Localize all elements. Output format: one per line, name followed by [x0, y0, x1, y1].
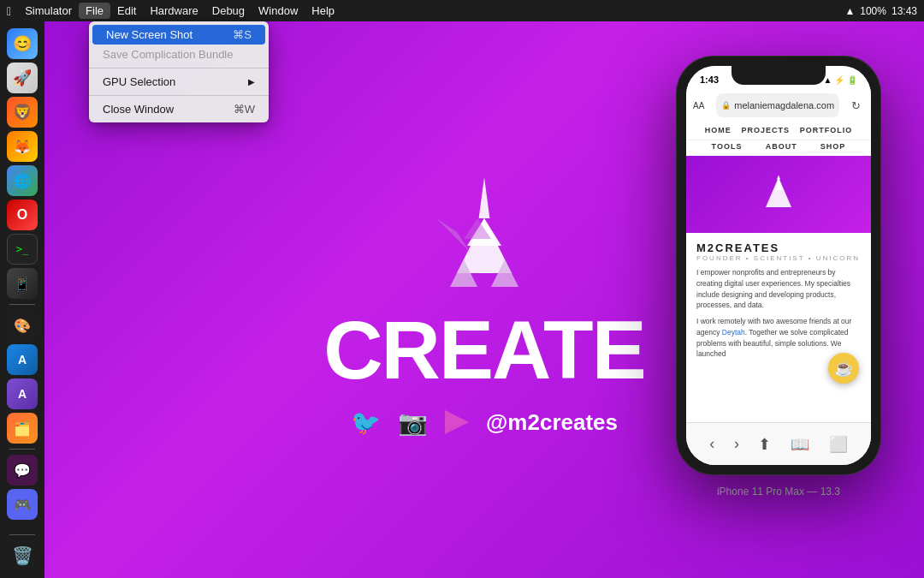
menubar-simulator[interactable]: Simulator	[18, 3, 79, 19]
menu-close-window[interactable]: Close Window ⌘W	[89, 99, 269, 119]
deytah-link[interactable]: Deytah	[722, 328, 745, 337]
hero-title: CREATE	[323, 309, 645, 391]
dock-slack[interactable]: 💬	[7, 455, 38, 486]
menubar-edit[interactable]: Edit	[110, 3, 143, 19]
instagram-icon[interactable]: 📷	[398, 408, 428, 437]
wifi-icon: ▲	[844, 5, 855, 17]
nav-about[interactable]: ABOUT	[766, 142, 797, 151]
dock-files[interactable]: 🗂️	[7, 413, 38, 444]
svg-marker-4	[479, 177, 490, 218]
menubar-file[interactable]: File	[79, 3, 110, 19]
iphone-signal-icons: ▲ ⚡ 🔋	[824, 75, 857, 85]
iphone-nav-2: TOOLS ABOUT SHOP	[686, 140, 871, 156]
url-bar[interactable]: 🔒 melaniemagdalena.com	[716, 93, 839, 117]
separator-1	[89, 68, 269, 69]
nav-home[interactable]: HOME	[705, 126, 732, 134]
iphone-notch	[732, 66, 826, 85]
menubar-right: ▲ 100% 13:43	[844, 5, 917, 17]
apple-menu[interactable]: 	[7, 4, 11, 18]
menubar:  Simulator File Edit Hardware Debug Win…	[0, 0, 924, 21]
dock-launchpad[interactable]: 🚀	[7, 63, 38, 93]
svg-marker-5	[436, 218, 471, 253]
hero-handle: @m2creates	[486, 409, 618, 436]
shortcut-close-window: ⌘W	[234, 103, 255, 116]
share-button[interactable]: ⬆	[758, 435, 771, 454]
menubar-debug[interactable]: Debug	[205, 3, 252, 19]
tabs-button[interactable]: ⬜	[829, 435, 848, 454]
url-bar-wrapper: AA 🔒 melaniemagdalena.com ↻	[686, 90, 871, 121]
file-dropdown-menu: New Screen Shot ⌘S Save Complication Bun…	[89, 21, 269, 122]
mini-unicorn-logo	[757, 173, 800, 216]
twitter-icon[interactable]: 🐦	[351, 408, 381, 437]
nav-tools[interactable]: TOOLS	[712, 142, 743, 151]
dock-brave[interactable]: 🦁	[7, 97, 38, 128]
dock-figma[interactable]: 🎨	[7, 310, 38, 341]
dock-firefox[interactable]: 🦊	[7, 131, 38, 162]
dock: 😊 🚀 🦁 🦊 🌐 O >_ 📱 🎨 A A 🗂️ 💬	[0, 21, 44, 578]
svg-marker-7	[445, 410, 469, 434]
separator-2	[89, 95, 269, 96]
nav-projects[interactable]: PROJECTS	[741, 126, 790, 134]
iphone-nav: HOME PROJECTS PORTFOLIO	[686, 121, 871, 140]
dock-separator	[9, 304, 35, 305]
iphone-device-label: iPhone 11 Pro Max — 13.3	[717, 486, 840, 498]
lock-icon: 🔒	[721, 101, 731, 110]
dock-separator-3	[9, 534, 35, 535]
bookmarks-button[interactable]: 📖	[791, 435, 809, 454]
dock-discord[interactable]: 🎮	[7, 489, 38, 520]
dock-simulator[interactable]: 📱	[7, 268, 38, 299]
iphone-hero-banner	[686, 156, 871, 233]
url-text: melaniemagdalena.com	[734, 100, 834, 110]
iphone-profile-name: M2CREATES	[696, 241, 861, 254]
shortcut-new-screenshot: ⌘S	[233, 28, 252, 41]
coffee-badge[interactable]: ☕	[828, 353, 859, 384]
menubar-window[interactable]: Window	[252, 3, 305, 19]
menubar-hardware[interactable]: Hardware	[143, 3, 204, 19]
iphone-simulator: 1:43 ▲ ⚡ 🔋 AA 🔒 melaniemagdalena.com ↻ H…	[667, 56, 890, 544]
dock-finder[interactable]: 😊	[7, 28, 38, 59]
dock-affinity-designer[interactable]: A	[7, 344, 38, 375]
dock-chrome[interactable]: 🌐	[7, 165, 38, 196]
menu-new-screenshot[interactable]: New Screen Shot ⌘S	[92, 25, 265, 45]
nav-shop[interactable]: SHOP	[820, 142, 846, 151]
iphone-profile-subtitle: FOUNDER • SCIENTIST • UNICORN	[696, 254, 861, 262]
dock-affinity-photo[interactable]: A	[7, 378, 38, 409]
iphone-frame: 1:43 ▲ ⚡ 🔋 AA 🔒 melaniemagdalena.com ↻ H…	[676, 56, 881, 475]
reload-icon[interactable]: ↻	[851, 99, 864, 112]
dock-separator-2	[9, 449, 35, 450]
dock-terminal[interactable]: >_	[7, 234, 38, 265]
menu-gpu-selection[interactable]: GPU Selection	[89, 72, 269, 92]
clock: 13:43	[891, 5, 917, 17]
svg-marker-10	[777, 176, 780, 180]
iphone-bottom-bar: ‹ › ⬆ 📖 ⬜	[686, 422, 871, 465]
menu-save-complication: Save Complication Bundle	[89, 45, 269, 64]
battery-label: 100%	[860, 5, 886, 17]
nav-portfolio[interactable]: PORTFOLIO	[800, 126, 853, 134]
iphone-body-text-2: I work remotely with two awesome friends…	[696, 316, 861, 360]
iphone-screen: 1:43 ▲ ⚡ 🔋 AA 🔒 melaniemagdalena.com ↻ H…	[686, 66, 871, 465]
unicorn-logo	[416, 164, 553, 301]
dock-trash[interactable]: 🗑️	[7, 540, 38, 571]
play-icon	[445, 410, 469, 434]
forward-button[interactable]: ›	[734, 435, 739, 453]
back-button[interactable]: ‹	[709, 435, 714, 453]
hero-social: 🐦 📷 @m2creates	[351, 408, 618, 437]
iphone-body-text-1: I empower nonprofits and entrepreneurs b…	[696, 267, 861, 311]
aa-button[interactable]: AA	[693, 101, 704, 110]
menubar-help[interactable]: Help	[305, 3, 341, 19]
iphone-time: 1:43	[700, 74, 719, 85]
dock-opera[interactable]: O	[7, 200, 38, 230]
